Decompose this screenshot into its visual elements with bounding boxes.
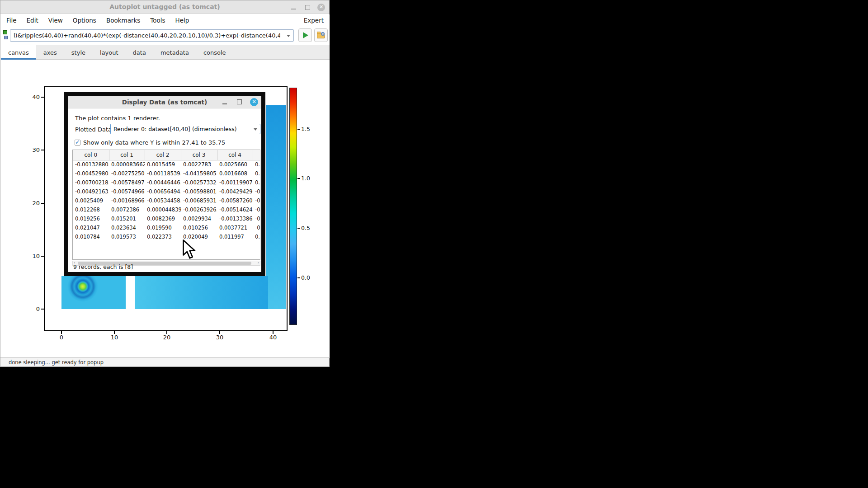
y-tick: [41, 203, 44, 204]
table-row[interactable]: 0.0210470.0236340.0195900.0102560.003772…: [73, 223, 260, 232]
mouse-cursor-icon: [183, 239, 199, 261]
tab-axes[interactable]: axes: [36, 45, 64, 60]
menu-view[interactable]: View: [48, 17, 63, 24]
y-tick: [41, 309, 44, 310]
column-header[interactable]: col 1: [109, 150, 145, 160]
table-cell: 0.021047: [73, 223, 109, 232]
tab-console[interactable]: console: [196, 45, 233, 60]
column-header[interactable]: [253, 150, 260, 160]
colorbar[interactable]: [289, 88, 297, 325]
maximize-button[interactable]: [304, 4, 311, 11]
table-row[interactable]: -0.00452980...-0.00275250...-0.00118539.…: [73, 169, 260, 178]
table-cell: -0.0: [253, 205, 260, 214]
table-cell: -0.00118539...: [145, 169, 181, 178]
colorbar-tick-label: 0.5: [301, 225, 310, 231]
colorbar-tick-label: 0.0: [301, 274, 310, 281]
table-cell: 0.0082369: [145, 214, 181, 223]
table-cell: -0.00263926...: [181, 205, 217, 214]
x-tick: [219, 331, 220, 334]
table-cell: 0.011997: [217, 232, 253, 241]
table-cell: 0.00: [253, 169, 260, 178]
menu-file[interactable]: File: [6, 17, 17, 24]
table-row[interactable]: 0.0107840.0195730.0223730.0200490.011997…: [73, 232, 260, 241]
table-row[interactable]: 0.0122680.00723860.000044839-0.00263926.…: [73, 205, 260, 214]
table-row[interactable]: -0.00700218...-0.00578497...-0.00446446.…: [73, 178, 260, 187]
maximize-icon: [237, 99, 242, 104]
column-header[interactable]: col 3: [181, 150, 217, 160]
y-tick: [41, 256, 44, 257]
table-cell: -0.00133386...: [217, 214, 253, 223]
close-button[interactable]: ✕: [317, 4, 325, 11]
table-cell: -0.00700218...: [73, 178, 109, 187]
table-row[interactable]: 0.0025409-0.00168966...-0.00534458...-0.…: [73, 196, 260, 205]
table-cell: -0.00574966...: [109, 187, 145, 196]
x-tick: [273, 331, 274, 334]
menu-edit[interactable]: Edit: [27, 17, 38, 24]
inspect-uri-button[interactable]: [314, 28, 328, 42]
colorbar-tick: [297, 129, 300, 130]
filter-checkbox-label: Show only data where Y is within 27.41 t…: [83, 139, 225, 146]
table-row[interactable]: -0.00132880...0.0000836620.00154590.0022…: [73, 160, 260, 169]
table-cell: 0.010256: [181, 223, 217, 232]
table-row[interactable]: 0.0192560.0152010.00823690.0029934-0.001…: [73, 214, 260, 223]
menu-tools[interactable]: Tools: [150, 17, 165, 24]
dialog-titlebar[interactable]: Display Data (as tomcat) ✕: [68, 96, 261, 108]
y-tick-label: 20: [26, 200, 40, 206]
y-tick-label: 0: [26, 305, 40, 312]
table-cell: 0.0029934: [181, 214, 217, 223]
minimize-icon: [222, 103, 227, 104]
uri-input[interactable]: l)&ripples(40,40)+rand(40,40)*(exp(-dist…: [10, 29, 294, 42]
table-cell: -0.0: [253, 196, 260, 205]
table-cell: 0.00: [253, 178, 260, 187]
plot-go-button[interactable]: [298, 28, 312, 42]
display-data-dialog: Display Data (as tomcat) ✕ The plot cont…: [64, 92, 265, 276]
menu-help[interactable]: Help: [175, 17, 189, 24]
dialog-close-button[interactable]: ✕: [250, 98, 258, 106]
chevron-down-icon[interactable]: [287, 35, 290, 37]
uri-value: l)&ripples(40,40)+rand(40,40)*(exp(-dist…: [14, 32, 280, 39]
scroll-right-icon[interactable]: ›: [257, 260, 259, 265]
table-cell: 0.0015459: [145, 160, 181, 169]
tab-layout[interactable]: layout: [93, 45, 126, 60]
tab-style[interactable]: style: [64, 45, 93, 60]
expert-mode-label[interactable]: Expert: [304, 17, 324, 24]
table-cell: -0.00685931...: [181, 196, 217, 205]
window-titlebar[interactable]: Autoplot untagged (as tomcat) ✕: [0, 0, 329, 14]
column-header[interactable]: col 0: [73, 150, 109, 160]
tab-metadata[interactable]: metadata: [153, 45, 196, 60]
menu-bookmarks[interactable]: Bookmarks: [106, 17, 140, 24]
table-cell: 0.000083662: [109, 160, 145, 169]
column-header[interactable]: col 2: [145, 150, 181, 160]
renderer-count-text: The plot contains 1 renderer.: [75, 115, 160, 122]
colorbar-tick: [297, 178, 300, 179]
filter-checkbox[interactable]: ✓: [75, 140, 80, 145]
datasource-icon: [3, 30, 9, 40]
table-row[interactable]: -0.00492163...-0.00574966...-0.00656494.…: [73, 187, 260, 196]
colorbar-tick: [297, 277, 300, 278]
close-icon: ✕: [252, 99, 256, 105]
tab-canvas[interactable]: canvas: [1, 45, 36, 60]
tab-data[interactable]: data: [126, 45, 153, 60]
x-tick: [114, 331, 115, 334]
column-header[interactable]: col 4: [217, 150, 253, 160]
table-cell: -0.00452980...: [73, 169, 109, 178]
table-cell: 0.000044839: [145, 205, 181, 214]
dialog-minimize-button[interactable]: [222, 99, 229, 106]
x-tick-label: 30: [211, 334, 229, 341]
data-table[interactable]: col 0col 1col 2col 3col 4 -0.00132880...…: [72, 150, 260, 260]
menu-options[interactable]: Options: [73, 17, 96, 24]
table-cell: -0.00275250...: [109, 169, 145, 178]
table-cell: 0.019590: [145, 223, 181, 232]
dialog-maximize-button[interactable]: [236, 99, 243, 106]
plotted-data-label: Plotted Data:: [75, 126, 113, 133]
table-cell: -0.00587260...: [217, 196, 253, 205]
plotted-data-select[interactable]: Renderer 0: dataset[40,40] (dimensionles…: [110, 124, 260, 134]
maximize-icon: [305, 5, 310, 10]
dialog-title: Display Data (as tomcat): [68, 99, 261, 106]
table-cell: 0.0037721: [217, 223, 253, 232]
x-tick-label: 10: [105, 334, 123, 341]
y-tick: [41, 97, 44, 98]
minimize-button[interactable]: [290, 4, 297, 11]
x-tick: [61, 331, 62, 334]
table-cell: -0.00656494...: [145, 187, 181, 196]
